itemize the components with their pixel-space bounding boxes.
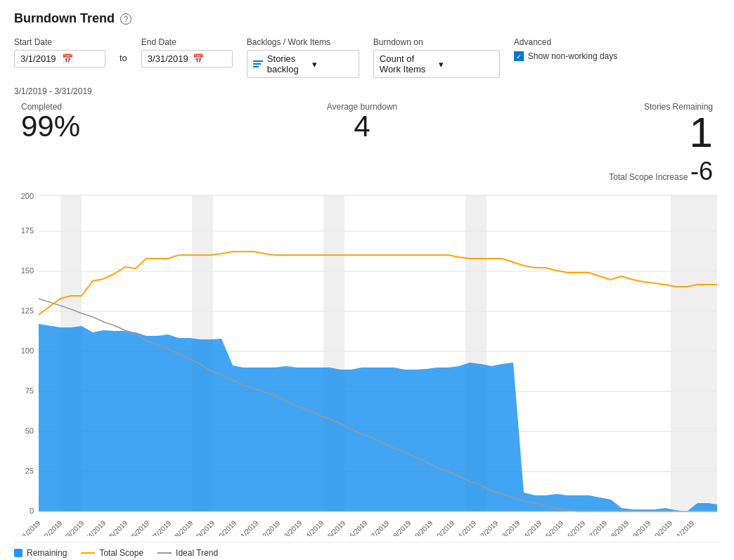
start-date-value: 3/1/2019 (20, 53, 58, 64)
backlog-icon (253, 60, 263, 67)
page: Burndown Trend ? Start Date 3/1/2019 📅 t… (0, 0, 734, 560)
date-range: 3/1/2019 - 3/31/2019 (14, 86, 720, 96)
svg-text:3/11/2019: 3/11/2019 (232, 519, 260, 536)
backlogs-dropdown[interactable]: Stories backlog ▾ (247, 50, 359, 78)
svg-text:3/17/2019: 3/17/2019 (363, 519, 391, 536)
total-scope-legend-label: Total Scope (99, 548, 143, 558)
svg-text:3/8/2019: 3/8/2019 (169, 519, 195, 536)
svg-text:25: 25 (25, 467, 34, 475)
chevron-down-icon-2: ▾ (439, 59, 494, 70)
svg-text:3/18/2019: 3/18/2019 (385, 519, 413, 536)
svg-text:3/3/2019: 3/3/2019 (60, 519, 86, 536)
svg-text:100: 100 (21, 346, 34, 355)
remaining-area (39, 324, 717, 512)
svg-text:3/4/2019: 3/4/2019 (82, 519, 108, 536)
total-scope-color-swatch (81, 552, 95, 554)
stories-remaining-stat: Stories Remaining 1 (644, 102, 713, 154)
backlogs-group: Backlogs / Work Items Stories backlog ▾ (247, 37, 359, 78)
svg-text:3/22/2019: 3/22/2019 (472, 519, 500, 536)
burndown-label: Burndown on (373, 37, 500, 47)
total-scope-line (39, 252, 717, 315)
svg-text:75: 75 (25, 386, 34, 395)
show-nonworking-label: Show non-working days (528, 51, 617, 61)
svg-text:3/19/2019: 3/19/2019 (406, 519, 434, 536)
svg-text:3/12/2019: 3/12/2019 (254, 519, 282, 536)
chevron-down-icon: ▾ (312, 59, 353, 70)
help-icon[interactable]: ? (120, 13, 131, 25)
svg-text:0: 0 (30, 507, 34, 515)
avg-burndown-value: 4 (327, 112, 398, 141)
svg-text:3/1/2019: 3/1/2019 (17, 519, 42, 536)
svg-text:3/20/2019: 3/20/2019 (428, 519, 456, 536)
legend-ideal-trend: Ideal Trend (157, 548, 218, 558)
svg-text:3/23/2019: 3/23/2019 (494, 519, 522, 536)
advanced-group: Advanced Show non-working days (514, 37, 617, 61)
calendar-icon-2: 📅 (193, 53, 226, 64)
stories-remaining-value: 1 (644, 112, 713, 154)
svg-text:3/9/2019: 3/9/2019 (191, 519, 217, 536)
chart-legend: Remaining Total Scope Ideal Trend (14, 542, 720, 560)
show-nonworking-row: Show non-working days (514, 50, 617, 61)
svg-text:3/5/2019: 3/5/2019 (104, 519, 129, 536)
svg-text:3/16/2019: 3/16/2019 (341, 519, 369, 536)
legend-remaining: Remaining (14, 548, 67, 558)
svg-text:200: 200 (21, 192, 34, 200)
svg-text:3/27/2019: 3/27/2019 (581, 519, 609, 536)
start-date-group: Start Date 3/1/2019 📅 (14, 37, 105, 67)
svg-text:3/14/2019: 3/14/2019 (297, 519, 326, 536)
end-date-value: 3/31/2019 (148, 53, 188, 64)
burndown-value: Count of Work Items (380, 53, 434, 74)
svg-text:3/29/2019: 3/29/2019 (624, 519, 652, 536)
ideal-trend-color-swatch (157, 552, 172, 554)
svg-text:125: 125 (21, 306, 34, 315)
controls-row: Start Date 3/1/2019 📅 to End Date 3/31/2… (14, 37, 720, 78)
svg-text:3/7/2019: 3/7/2019 (148, 519, 173, 536)
remaining-color-swatch (14, 549, 22, 557)
advanced-label: Advanced (514, 37, 617, 47)
svg-text:3/30/2019: 3/30/2019 (646, 519, 674, 536)
end-date-group: End Date 3/31/2019 📅 (141, 37, 233, 67)
burndown-chart: 0 25 50 75 100 125 150 175 200 (14, 192, 720, 536)
avg-burndown-stat: Average burndown 4 (327, 102, 398, 141)
total-scope-value: -6 (690, 157, 713, 185)
total-scope-label: Total Scope Increase (609, 172, 688, 182)
legend-total-scope: Total Scope (81, 548, 143, 558)
svg-text:175: 175 (21, 226, 34, 235)
svg-text:3/28/2019: 3/28/2019 (603, 519, 631, 536)
svg-text:3/25/2019: 3/25/2019 (537, 519, 565, 536)
svg-rect-22 (671, 195, 717, 512)
svg-text:3/13/2019: 3/13/2019 (276, 519, 304, 536)
svg-text:3/2/2019: 3/2/2019 (39, 519, 64, 536)
end-date-label: End Date (141, 37, 233, 47)
burndown-dropdown[interactable]: Count of Work Items ▾ (373, 50, 500, 78)
svg-text:3/21/2019: 3/21/2019 (450, 519, 478, 536)
to-label: to (120, 37, 127, 63)
svg-text:3/6/2019: 3/6/2019 (126, 519, 151, 536)
svg-text:50: 50 (25, 426, 34, 435)
backlogs-value: Stories backlog (267, 53, 308, 74)
svg-text:3/10/2019: 3/10/2019 (210, 519, 238, 536)
header: Burndown Trend ? (14, 11, 720, 26)
start-date-input[interactable]: 3/1/2019 📅 (14, 50, 105, 67)
svg-text:3/31/2019: 3/31/2019 (668, 519, 696, 536)
svg-text:3/24/2019: 3/24/2019 (515, 519, 543, 536)
start-date-label: Start Date (14, 37, 105, 47)
burndown-group: Burndown on Count of Work Items ▾ (373, 37, 500, 78)
completed-stat: Completed 99% (21, 102, 80, 141)
svg-text:150: 150 (21, 266, 34, 275)
completed-value: 99% (21, 112, 80, 141)
chart-container: 0 25 50 75 100 125 150 175 200 (14, 192, 720, 536)
svg-text:3/26/2019: 3/26/2019 (559, 519, 587, 536)
backlogs-label: Backlogs / Work Items (247, 37, 359, 47)
ideal-trend-label: Ideal Trend (176, 548, 218, 558)
svg-text:3/15/2019: 3/15/2019 (319, 519, 347, 536)
page-title: Burndown Trend (14, 11, 115, 26)
remaining-label: Remaining (27, 548, 67, 558)
calendar-icon: 📅 (62, 53, 99, 64)
show-nonworking-checkbox[interactable] (514, 51, 524, 61)
end-date-input[interactable]: 3/31/2019 📅 (141, 50, 233, 67)
